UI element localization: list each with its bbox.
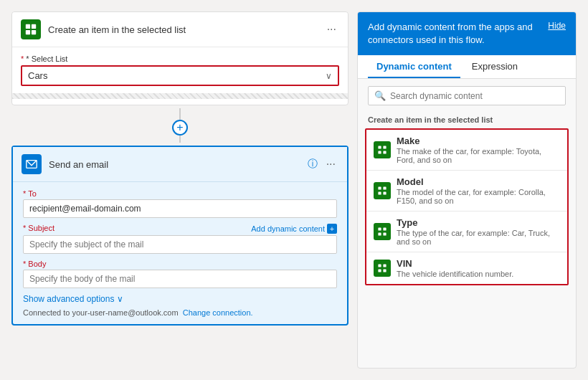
dynamic-list-item[interactable]: Type The type of the car, for example: C… bbox=[366, 212, 567, 252]
to-input[interactable] bbox=[23, 199, 337, 218]
svg-rect-7 bbox=[378, 151, 381, 154]
dynamic-panel-description: Add dynamic content from the apps and co… bbox=[368, 21, 542, 47]
create-item-more-button[interactable]: ··· bbox=[324, 22, 339, 37]
svg-rect-13 bbox=[378, 228, 381, 231]
create-item-header: Create an item in the selected list ··· bbox=[12, 12, 348, 47]
add-dynamic-icon: + bbox=[327, 224, 337, 234]
dynamic-item-content: Model The model of the car, for example:… bbox=[397, 176, 560, 205]
dynamic-panel: Add dynamic content from the apps and co… bbox=[357, 11, 577, 369]
select-list-dropdown[interactable]: Cars ∨ bbox=[21, 65, 339, 86]
send-email-icon bbox=[22, 154, 42, 174]
svg-rect-18 bbox=[383, 265, 386, 267]
grid-small-icon bbox=[377, 263, 387, 273]
send-email-body: * To * Subject Add dynamic content + * B… bbox=[13, 182, 347, 324]
striped-divider bbox=[12, 93, 348, 99]
send-email-more-button[interactable]: ··· bbox=[323, 156, 338, 172]
chevron-down-icon: ∨ bbox=[326, 71, 332, 81]
dynamic-item-description: The model of the car, for example: Corol… bbox=[397, 188, 560, 205]
dynamic-item-name: Model bbox=[397, 176, 560, 187]
send-email-card: Send an email ⓘ ··· * To * Subject Add d… bbox=[11, 146, 348, 326]
select-list-label: * * Select List bbox=[21, 54, 339, 63]
body-input[interactable] bbox=[23, 270, 337, 288]
svg-rect-12 bbox=[383, 192, 386, 195]
search-dynamic-input[interactable] bbox=[390, 91, 559, 101]
info-button[interactable]: ⓘ bbox=[308, 158, 318, 171]
create-item-title: Create an item in the selected list bbox=[48, 24, 324, 35]
connector-line-bottom bbox=[179, 136, 181, 143]
dynamic-item-name: Make bbox=[397, 136, 560, 146]
search-box: 🔍 bbox=[368, 86, 566, 105]
email-icon bbox=[25, 158, 38, 171]
svg-rect-9 bbox=[378, 187, 381, 190]
dynamic-item-icon bbox=[374, 182, 391, 199]
create-item-card: Create an item in the selected list ··· … bbox=[11, 11, 348, 105]
change-connection-link[interactable]: Change connection. bbox=[183, 308, 253, 317]
send-email-title: Send an email bbox=[49, 159, 308, 170]
dynamic-item-content: Make The make of the car, for example: T… bbox=[397, 136, 560, 164]
flow-panel: Create an item in the selected list ··· … bbox=[11, 11, 348, 369]
dynamic-items-list: Make The make of the car, for example: T… bbox=[365, 128, 569, 285]
add-dynamic-label: Add dynamic content bbox=[251, 224, 325, 233]
dynamic-item-description: The make of the car, for example: Toyota… bbox=[397, 147, 560, 164]
dynamic-item-description: The type of the car, for example: Car, T… bbox=[397, 229, 560, 246]
dynamic-list-item[interactable]: VIN The vehicle identification number. bbox=[366, 252, 567, 284]
svg-rect-16 bbox=[383, 233, 386, 236]
svg-rect-15 bbox=[378, 233, 381, 236]
subject-input[interactable] bbox=[23, 235, 337, 254]
dynamic-item-icon bbox=[374, 141, 391, 158]
svg-rect-8 bbox=[383, 151, 386, 154]
subject-field-group: * Subject Add dynamic content + bbox=[23, 224, 337, 254]
body-field-group: * Body bbox=[23, 260, 337, 288]
tab-row: Dynamic content Expression bbox=[358, 55, 576, 79]
svg-rect-3 bbox=[32, 30, 36, 34]
dynamic-item-icon bbox=[374, 223, 391, 240]
connector: + bbox=[11, 105, 348, 146]
hide-panel-button[interactable]: Hide bbox=[548, 21, 566, 31]
svg-rect-6 bbox=[383, 146, 386, 149]
tab-expression[interactable]: Expression bbox=[463, 55, 526, 78]
tab-dynamic-content[interactable]: Dynamic content bbox=[368, 55, 460, 78]
connection-text: Connected to your-user-name@outlook.com bbox=[23, 308, 179, 317]
section-title: Create an item in the selected list bbox=[358, 113, 576, 128]
to-field-group: * To bbox=[23, 189, 337, 218]
dynamic-item-content: Type The type of the car, for example: C… bbox=[397, 217, 560, 246]
connection-info: Connected to your-user-name@outlook.com … bbox=[23, 308, 337, 317]
dynamic-item-icon bbox=[374, 260, 391, 277]
connector-line-top bbox=[179, 108, 181, 120]
dynamic-item-name: VIN bbox=[397, 258, 560, 269]
svg-rect-5 bbox=[378, 146, 381, 149]
svg-rect-20 bbox=[383, 270, 386, 272]
dynamic-item-content: VIN The vehicle identification number. bbox=[397, 258, 560, 278]
svg-rect-14 bbox=[383, 228, 386, 231]
svg-rect-11 bbox=[378, 192, 381, 195]
create-item-icon bbox=[21, 19, 41, 39]
svg-rect-0 bbox=[26, 24, 30, 29]
body-label: * Body bbox=[23, 260, 337, 268]
to-label: * To bbox=[23, 189, 337, 198]
advanced-options-label: Show advanced options bbox=[23, 294, 114, 304]
subject-row: * Subject Add dynamic content + bbox=[23, 224, 337, 234]
svg-rect-19 bbox=[378, 270, 381, 272]
main-container: Create an item in the selected list ··· … bbox=[11, 11, 577, 369]
add-step-button[interactable]: + bbox=[172, 120, 188, 136]
svg-rect-10 bbox=[383, 187, 386, 190]
svg-rect-2 bbox=[26, 30, 30, 34]
card-bottom-spacer bbox=[12, 99, 348, 105]
svg-rect-1 bbox=[32, 24, 36, 29]
subject-label: * Subject bbox=[23, 224, 54, 232]
send-email-header: Send an email ⓘ ··· bbox=[13, 147, 347, 182]
dynamic-item-name: Type bbox=[397, 217, 560, 228]
dynamic-item-description: The vehicle identification number. bbox=[397, 270, 560, 278]
grid-small-icon bbox=[377, 145, 387, 155]
show-advanced-options-button[interactable]: Show advanced options ∨ bbox=[23, 294, 337, 304]
grid-small-icon bbox=[377, 227, 387, 237]
add-dynamic-content-button[interactable]: Add dynamic content + bbox=[251, 224, 337, 234]
grid-icon bbox=[24, 23, 37, 36]
grid-small-icon bbox=[377, 186, 387, 196]
svg-rect-17 bbox=[378, 265, 381, 267]
chevron-down-icon: ∨ bbox=[117, 294, 123, 304]
dynamic-list-item[interactable]: Make The make of the car, for example: T… bbox=[366, 130, 567, 171]
dynamic-panel-header: Add dynamic content from the apps and co… bbox=[358, 12, 576, 55]
dynamic-list-item[interactable]: Model The model of the car, for example:… bbox=[366, 171, 567, 212]
select-list-value: Cars bbox=[28, 70, 326, 81]
